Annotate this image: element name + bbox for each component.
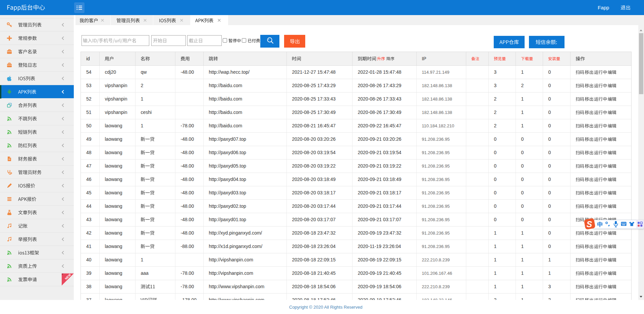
svg-text:S: S	[587, 219, 592, 229]
